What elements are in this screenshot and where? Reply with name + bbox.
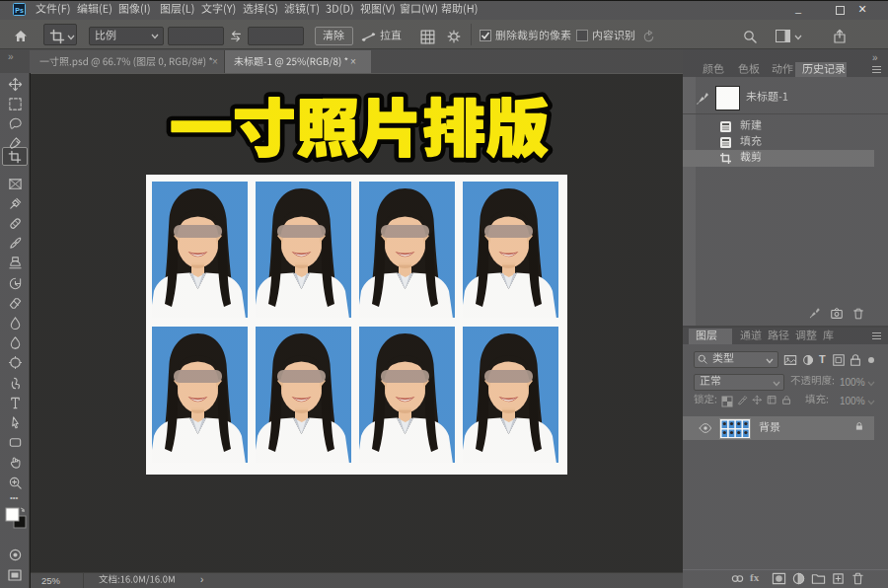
svg-text:Ps: Ps (15, 7, 24, 14)
